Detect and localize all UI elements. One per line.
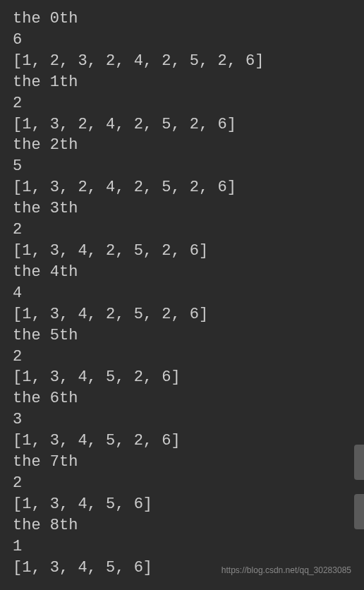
iteration-value: 2 bbox=[13, 347, 351, 368]
iteration-array: [1, 3, 2, 4, 2, 5, 2, 6] bbox=[13, 114, 351, 136]
iteration-value: 2 bbox=[13, 473, 351, 494]
iteration-value: 5 bbox=[13, 156, 351, 177]
side-widget-icon bbox=[354, 445, 364, 480]
iteration-header: the 2th bbox=[13, 135, 351, 156]
iteration-array: [1, 3, 2, 4, 2, 5, 2, 6] bbox=[13, 177, 351, 198]
iteration-value: 6 bbox=[13, 30, 351, 51]
iteration-header: the 7th bbox=[13, 452, 351, 473]
watermark-text: https://blog.csdn.net/qq_30283085 bbox=[222, 565, 351, 576]
side-widget-icon bbox=[354, 494, 364, 529]
iteration-header: the 0th bbox=[13, 8, 351, 30]
iteration-value: 2 bbox=[13, 219, 351, 241]
iteration-header: the 5th bbox=[13, 325, 351, 347]
iteration-header: the 4th bbox=[13, 262, 351, 283]
iteration-array: [1, 3, 4, 2, 5, 2, 6] bbox=[13, 241, 351, 262]
iteration-value: 4 bbox=[13, 283, 351, 304]
iteration-header: the 1th bbox=[13, 72, 351, 93]
iteration-array: [1, 3, 4, 2, 5, 2, 6] bbox=[13, 304, 351, 325]
iteration-array: [1, 2, 3, 2, 4, 2, 5, 2, 6] bbox=[13, 51, 351, 72]
iteration-array: [1, 3, 4, 5, 2, 6] bbox=[13, 367, 351, 388]
iteration-header: the 6th bbox=[13, 388, 351, 409]
iteration-header: the 8th bbox=[13, 515, 351, 536]
iteration-value: 1 bbox=[13, 536, 351, 558]
iteration-value: 2 bbox=[13, 93, 351, 114]
iteration-array: [1, 3, 4, 5, 6] bbox=[13, 494, 351, 515]
iteration-array: [1, 3, 4, 5, 2, 6] bbox=[13, 431, 351, 452]
iteration-value: 3 bbox=[13, 409, 351, 431]
iteration-header: the 3th bbox=[13, 198, 351, 219]
